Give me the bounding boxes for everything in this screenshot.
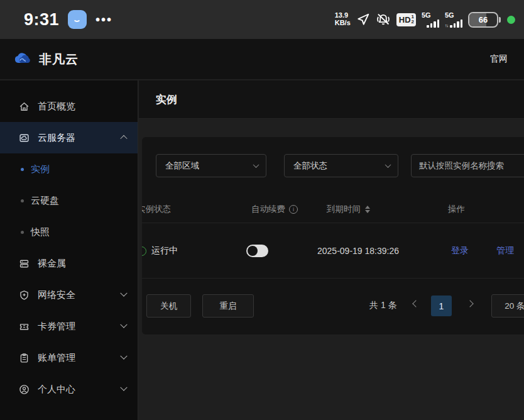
status-bar: 9:31 ••• 13.9 KB/s HD 1 [0, 0, 524, 39]
bullet-icon [21, 231, 24, 234]
bullet-icon [21, 168, 24, 171]
home-icon [19, 101, 30, 112]
app-header: 非凡云 官网 [0, 39, 524, 80]
manage-link[interactable]: 管理 [496, 245, 514, 257]
region-select[interactable]: 全部区域 [156, 154, 266, 177]
chevron-down-icon [120, 384, 127, 391]
sim2-signal-bars-icon [450, 19, 462, 28]
prev-page-icon[interactable] [412, 300, 419, 307]
instance-status-text: 运行中 [151, 245, 178, 257]
location-icon [356, 13, 370, 26]
sim2-signal: 5G ↑↓ [445, 12, 462, 28]
sidebar-item-personal-center[interactable]: 个人中心 [0, 373, 138, 405]
page-size-select[interactable]: 20 条/页 [491, 294, 524, 318]
sidebar-item-label: 个人中心 [38, 384, 121, 395]
chevron-down-icon [253, 162, 259, 168]
sidebar-item-label: 账单管理 [38, 352, 121, 364]
sidebar-item-label: 网络安全 [38, 289, 121, 301]
sidebar-item-network-security[interactable]: 网络安全 [0, 279, 138, 311]
chevron-down-icon [385, 162, 391, 168]
status-select[interactable]: 全部状态 [284, 154, 398, 177]
sidebar-item-label: 云服务器 [38, 132, 121, 144]
main-content: 实例 全部区域 全部状态 实例状态 自动续费 i [139, 80, 524, 420]
bullet-icon [21, 199, 24, 202]
data-arrows-icon: ↑↓ [445, 23, 448, 28]
table-row: 运行中 2025-09-19 18:39:26 登录 管理 [142, 223, 524, 279]
sidebar-subitem-label: 实例 [31, 163, 50, 175]
sidebar-subitem-instances[interactable]: 实例 [0, 153, 138, 185]
screen: 9:31 ••• 13.9 KB/s HD 1 [0, 0, 524, 420]
auto-renew-toggle[interactable] [246, 245, 268, 257]
sidebar-item-coupon-management[interactable]: 卡券管理 [0, 311, 138, 342]
sim1-signal-bars-icon [427, 19, 439, 28]
status-select-value: 全部状态 [293, 160, 327, 172]
chevron-up-icon [120, 135, 127, 142]
sidebar-subitem-label: 云硬盘 [31, 195, 59, 207]
instance-card: 全部区域 全部状态 实例状态 自动续费 i 到期时间 [142, 137, 524, 334]
notification-app-icon [68, 10, 87, 29]
filter-row: 全部区域 全部状态 [142, 154, 524, 177]
cloud-logo-icon [13, 52, 33, 67]
reboot-button[interactable]: 重启 [202, 294, 254, 318]
sidebar-subitem-snapshot[interactable]: 快照 [0, 216, 138, 248]
brand-name: 非凡云 [39, 51, 79, 68]
login-link[interactable]: 登录 [451, 245, 469, 257]
ticket-icon [19, 321, 30, 332]
info-icon[interactable]: i [289, 205, 298, 214]
instance-search-input[interactable] [411, 154, 524, 177]
table-footer: 关机 重启 共 1 条 1 20 条/页 [142, 279, 524, 334]
column-header-expire-time: 到期时间 [327, 195, 370, 223]
sidebar-subitem-label: 快照 [31, 226, 50, 238]
battery-icon: 66 [468, 12, 498, 28]
total-count-label: 共 1 条 [369, 300, 397, 311]
actions-cell: 登录 管理 [451, 223, 514, 279]
column-header-auto-renew: 自动续费 i [251, 195, 298, 223]
sim1-signal: 5G [422, 12, 439, 28]
bill-clipboard-icon [19, 353, 30, 363]
brand: 非凡云 [13, 51, 79, 68]
table-header: 实例状态 自动续费 i 到期时间 操作 [142, 195, 524, 223]
auto-renew-cell [246, 223, 268, 279]
chevron-down-icon [120, 290, 127, 297]
next-page-icon[interactable] [466, 300, 473, 307]
sidebar-item-home-overview[interactable]: 首页概览 [0, 91, 138, 122]
privacy-indicator-dot [507, 16, 515, 24]
mute-bell-icon [376, 12, 391, 27]
region-select-value: 全部区域 [165, 160, 199, 172]
sidebar: 首页概览 云服务器 实例 云硬盘 快照 [0, 80, 138, 420]
sidebar-item-label: 卡券管理 [38, 321, 121, 333]
running-status-icon [142, 246, 146, 256]
chevron-down-icon [120, 321, 127, 328]
cloud-server-icon [19, 133, 30, 143]
user-circle-icon [19, 384, 30, 395]
column-header-instance-status: 实例状态 [142, 195, 171, 223]
sidebar-item-label: 首页概览 [38, 101, 126, 113]
network-speed: 13.9 KB/s [335, 12, 351, 26]
expire-time-cell: 2025-09-19 18:39:26 [317, 223, 399, 279]
official-site-link[interactable]: 官网 [490, 53, 508, 65]
sidebar-item-label: 裸金属 [38, 258, 126, 270]
sidebar-item-cloud-server[interactable]: 云服务器 [0, 122, 138, 153]
more-notifications-icon: ••• [96, 13, 112, 27]
instance-status-cell: 运行中 [142, 223, 178, 279]
volte-hd-icon: HD 1 2 [396, 13, 416, 26]
sidebar-subitem-cloud-disk[interactable]: 云硬盘 [0, 185, 138, 216]
page-title: 实例 [156, 92, 177, 107]
sort-icon[interactable] [365, 206, 370, 213]
clock: 9:31 [24, 10, 59, 30]
server-stack-icon [19, 258, 30, 269]
current-page-button[interactable]: 1 [431, 296, 452, 316]
chevron-down-icon [120, 353, 127, 360]
shield-plus-icon [19, 290, 30, 301]
page-title-bar: 实例 [139, 80, 524, 119]
sidebar-item-billing-management[interactable]: 账单管理 [0, 342, 138, 373]
sidebar-item-bare-metal[interactable]: 裸金属 [0, 248, 138, 279]
shutdown-button[interactable]: 关机 [146, 294, 191, 318]
column-header-actions: 操作 [448, 195, 465, 223]
battery-nub [499, 17, 501, 23]
